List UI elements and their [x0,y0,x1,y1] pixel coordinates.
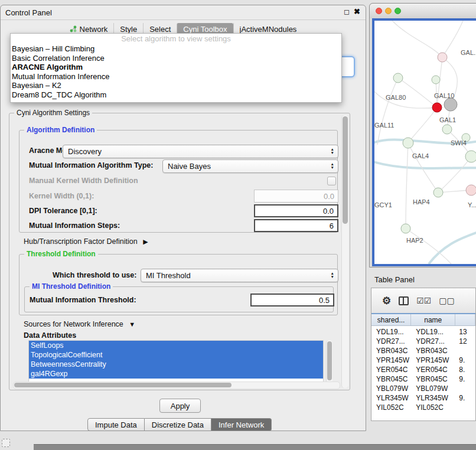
table-row[interactable]: YBR043CYBR043C [371,346,475,356]
table-row[interactable]: YLR345WYLR345W9. [371,393,475,403]
network-node[interactable] [444,98,457,111]
table-cell: YBL079W [371,384,411,393]
network-node[interactable] [401,224,410,233]
settings-scrollbar[interactable] [341,115,348,388]
sources-disclosure[interactable]: Sources for Network Inference ▼ [24,320,135,328]
network-node[interactable] [403,138,413,148]
network-nodes: GAL...GAL80GAL10GAL11GAL1SWI4GAL4GCY1HAP… [374,49,476,244]
columns-icon[interactable] [399,296,409,305]
table-column-header[interactable] [455,314,475,325]
table-row[interactable]: YIL052CYIL052C [371,403,475,412]
table-row[interactable]: YBR045CYBR045C9. [371,374,475,384]
table-panel: ⚙ ☑☑ ▢▢ shared...name YDL19...YDL19...13… [371,288,476,421]
table-cell: YBR045C [371,375,411,383]
network-node-label: Y... [468,201,476,208]
close-traffic-light[interactable] [376,8,382,14]
network-canvas[interactable]: GAL...GAL80GAL10GAL11GAL1SWI4GAL4GCY1HAP… [372,18,476,266]
table-header-row: shared...name [371,313,475,326]
attributes-list-scrollbar[interactable] [326,340,332,384]
table-cell: 9. [455,394,475,402]
threshold-definition-group: Threshold Definition Which threshold to … [19,254,338,315]
algorithm-option[interactable]: Bayesian – Hill Climbing [11,44,341,54]
dpi-tolerance-label: DPI Tolerance [0,1]: [29,207,97,215]
algorithm-option[interactable]: Basic Correlation Inference [11,54,341,63]
data-attributes-list: SelfLoopsTopologicalCoefficientBetweenne… [28,340,324,384]
kernel-width-value: 0.0 [324,192,334,201]
network-node[interactable] [465,151,476,162]
network-tab-icon [70,25,77,32]
algorithm-option[interactable]: ARACNE Algorithm [11,63,341,72]
network-node[interactable] [438,53,447,62]
data-attribute-item[interactable]: TopologicalCoefficient [29,350,323,360]
settings-horizontal-thumb[interactable] [14,383,232,387]
data-attribute-item[interactable]: BetweennessCentrality [29,360,323,369]
network-node-label: HAP4 [413,198,430,206]
table-cell: YIL052C [411,403,455,412]
data-attribute-item[interactable]: gal4RGexp [29,369,323,379]
aracne-mode-select[interactable]: Discovery ▲▼ [63,145,338,158]
threshold-definition-title: Threshold Definition [24,250,98,258]
data-attributes-label: Data Attributes [24,331,76,340]
algorithm-option[interactable]: Bayesian – K2 [11,81,341,90]
grid-corner-icon[interactable] [2,439,10,447]
network-node[interactable] [393,73,403,83]
hub-definition-label: Hub/Transcription Factor Definition [24,237,138,246]
table-cell: YBL079W [411,384,455,393]
network-node[interactable] [442,125,452,134]
table-row[interactable]: YPR145WYPR145W9. [371,356,475,365]
mi-threshold-input[interactable]: 0.5 [250,294,334,306]
tab-impute-data[interactable]: Impute Data [87,418,145,431]
network-node[interactable] [432,76,440,84]
table-column-header[interactable]: name [411,314,455,325]
chevron-down-icon: ▼ [129,321,135,328]
settings-scrollbar-thumb[interactable] [343,116,348,224]
manual-kernel-width-checkbox[interactable] [327,177,336,185]
table-row[interactable]: YDL19...YDL19...13 [371,327,475,337]
gear-icon[interactable]: ⚙ [382,295,391,307]
table-cell: 12 [455,337,475,345]
dpi-tolerance-input[interactable]: 0.0 [254,204,338,217]
which-threshold-value: MI Threshold [146,271,191,280]
control-panel-titlebar: Control Panel ◻ ✖ [1,5,366,20]
apply-button[interactable]: Apply [159,399,201,413]
table-column-header[interactable]: shared... [371,314,411,325]
table-cell: YLR345W [411,394,455,402]
cyni-mode-tabs: Impute Data Discretize Data Infer Networ… [87,418,272,431]
kernel-width-input[interactable]: 0.0 [254,190,338,203]
data-attribute-item[interactable]: SelfLoops [29,341,323,350]
table-cell: YBR045C [411,375,455,383]
network-node-label: GAL4 [412,152,429,159]
table-row[interactable]: YDR27...YDR27...12 [371,337,475,346]
float-window-icon[interactable]: ◻ [344,8,350,16]
algorithm-dropdown-placeholder: Select algorithm to view settings [11,34,341,44]
algorithm-option-list: Bayesian – Hill ClimbingBasic Correlatio… [11,44,341,99]
table-panel-title: Table Panel [374,275,415,284]
table-row[interactable]: YER054CYER054C8. [371,365,475,374]
tab-discretize-data[interactable]: Discretize Data [145,418,211,431]
hub-definition-disclosure[interactable]: Hub/Transcription Factor Definition ▶ [24,237,148,246]
clear-checks-icon[interactable]: ▢▢ [439,296,454,305]
mi-algorithm-type-select[interactable]: Naive Bayes ▲▼ [162,159,338,173]
algorithm-option[interactable]: Mutual Information Inference [11,72,341,81]
close-window-icon[interactable]: ✖ [354,7,360,16]
network-node[interactable] [432,103,442,112]
table-cell: YPR145W [371,356,411,364]
aracne-mode-value: Discovery [68,147,102,156]
settings-horizontal-scrollbar[interactable] [13,381,340,389]
network-node[interactable] [466,185,476,195]
attributes-scrollbar-thumb[interactable] [327,341,332,380]
select-all-checks-icon[interactable]: ☑☑ [416,296,431,305]
table-body: YDL19...YDL19...13YDR27...YDR27...12YBR0… [371,327,475,420]
minimize-traffic-light[interactable] [385,8,392,14]
mi-steps-input[interactable]: 6 [254,219,338,232]
table-row[interactable]: YBL079WYBL079W [371,384,475,393]
tab-infer-network[interactable]: Infer Network [211,418,272,431]
which-threshold-select[interactable]: MI Threshold ▲▼ [141,269,338,282]
data-attributes-items: SelfLoopsTopologicalCoefficientBetweenne… [29,341,323,379]
algorithm-option[interactable]: Dream8 DC_TDC Algorithm [11,90,341,100]
zoom-traffic-light[interactable] [395,8,401,14]
table-cell: YDR27... [371,337,411,345]
network-node[interactable] [433,188,443,197]
table-cell: YDL19... [371,328,411,336]
kernel-width-label: Kernel Width (0,1): [29,192,94,200]
